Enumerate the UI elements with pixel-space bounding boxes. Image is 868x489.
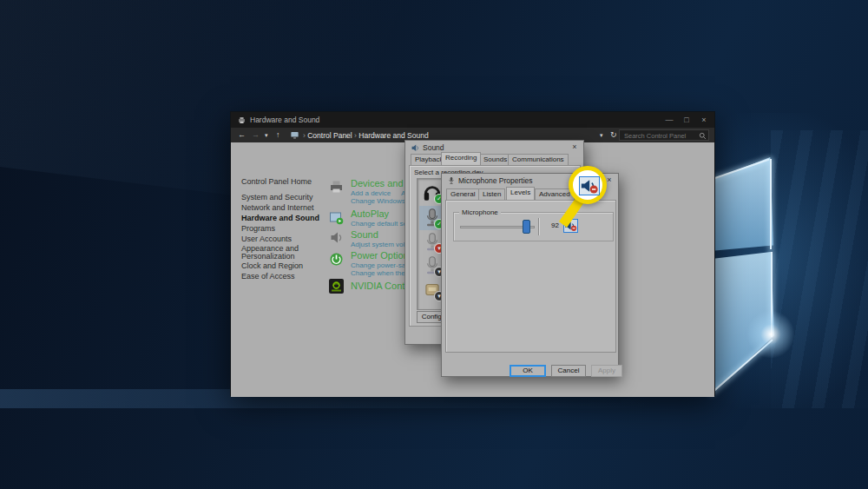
hardware-and-sound-icon bbox=[237, 116, 247, 125]
tab-general[interactable]: General bbox=[446, 188, 479, 200]
forward-icon[interactable]: → bbox=[252, 130, 260, 139]
nvidia-icon bbox=[329, 279, 344, 294]
tab-communications[interactable]: Communications bbox=[508, 154, 569, 165]
sound-dialog-title: Sound bbox=[423, 143, 444, 152]
breadcrumb-current[interactable]: Hardware and Sound bbox=[358, 131, 428, 140]
sidebar-item-network-and-internet[interactable]: Network and Internet bbox=[241, 203, 314, 212]
wallpaper-star-glow bbox=[745, 308, 797, 360]
up-icon[interactable]: ↑ bbox=[276, 130, 280, 139]
callout-highlight-circle bbox=[569, 166, 607, 204]
cancel-button[interactable]: Cancel bbox=[551, 365, 586, 377]
logo-edge bbox=[770, 159, 772, 249]
sidebar-item-system-and-security[interactable]: System and Security bbox=[241, 193, 313, 202]
wallpaper-rays bbox=[771, 130, 868, 408]
breadcrumb-chevron: › bbox=[303, 131, 306, 140]
window-title: Hardware and Sound bbox=[250, 116, 319, 124]
maximize-button[interactable]: □ bbox=[680, 114, 694, 126]
power-options-icon bbox=[329, 252, 344, 267]
sidebar-item-programs[interactable]: Programs bbox=[241, 224, 275, 233]
sidebar-item-clock-and-region[interactable]: Clock and Region bbox=[241, 261, 303, 270]
printer-icon bbox=[329, 179, 344, 194]
divider bbox=[538, 218, 539, 235]
microphone-dialog-icon bbox=[447, 176, 456, 185]
levels-tab-page: Microphone 92 bbox=[445, 200, 616, 353]
autoplay-link[interactable]: AutoPlay bbox=[351, 208, 389, 219]
sound-dialog-icon bbox=[411, 143, 419, 152]
sidebar-item-ease-of-access[interactable]: Ease of Access bbox=[241, 272, 295, 281]
title-bar[interactable]: Hardware and Sound — □ × bbox=[231, 112, 714, 128]
mic-properties-title: Microphone Properties bbox=[458, 176, 533, 185]
level-slider-thumb[interactable] bbox=[523, 220, 530, 234]
close-button[interactable]: × bbox=[697, 114, 711, 126]
tab-recording[interactable]: Recording bbox=[441, 152, 481, 165]
sidebar-item-control-panel-home[interactable]: Control Panel Home bbox=[241, 177, 312, 186]
sidebar-item-appearance-and-personalization[interactable]: Appearance and Personalization bbox=[241, 245, 316, 261]
sound-link[interactable]: Sound bbox=[351, 229, 378, 240]
search-input[interactable] bbox=[622, 130, 700, 142]
tab-listen[interactable]: Listen bbox=[478, 188, 505, 200]
breadcrumb-root[interactable]: Control Panel bbox=[307, 131, 352, 140]
search-box bbox=[619, 129, 709, 141]
callout-speaker-mute-icon bbox=[579, 176, 600, 195]
control-panel-icon bbox=[290, 130, 299, 140]
close-icon[interactable]: × bbox=[569, 142, 581, 151]
tab-sounds[interactable]: Sounds bbox=[479, 154, 511, 165]
apply-button[interactable]: Apply bbox=[591, 365, 622, 377]
autoplay-icon bbox=[329, 210, 344, 225]
speaker-icon bbox=[329, 230, 344, 245]
microphone-group-label: Microphone bbox=[459, 208, 501, 216]
breadcrumb: › Control Panel › Hardware and Sound bbox=[303, 131, 429, 140]
sidebar-item-hardware-and-sound[interactable]: Hardware and Sound bbox=[241, 214, 319, 222]
minimize-button[interactable]: — bbox=[662, 114, 676, 126]
address-dropdown-icon[interactable]: ▾ bbox=[600, 132, 603, 139]
sidebar-item-user-accounts[interactable]: User Accounts bbox=[241, 235, 292, 243]
refresh-icon[interactable]: ↻ bbox=[610, 130, 617, 139]
add-a-device-link[interactable]: Add a device bbox=[351, 189, 391, 197]
desktop: Hardware and Sound — □ × ← → ▾ ↑ › Contr… bbox=[0, 0, 868, 489]
history-dropdown-icon[interactable]: ▾ bbox=[265, 132, 268, 139]
back-icon[interactable]: ← bbox=[238, 130, 246, 139]
breadcrumb-chevron: › bbox=[354, 131, 357, 140]
search-icon[interactable] bbox=[699, 132, 707, 140]
tab-levels[interactable]: Levels bbox=[506, 187, 535, 200]
ok-button[interactable]: OK bbox=[510, 365, 546, 377]
